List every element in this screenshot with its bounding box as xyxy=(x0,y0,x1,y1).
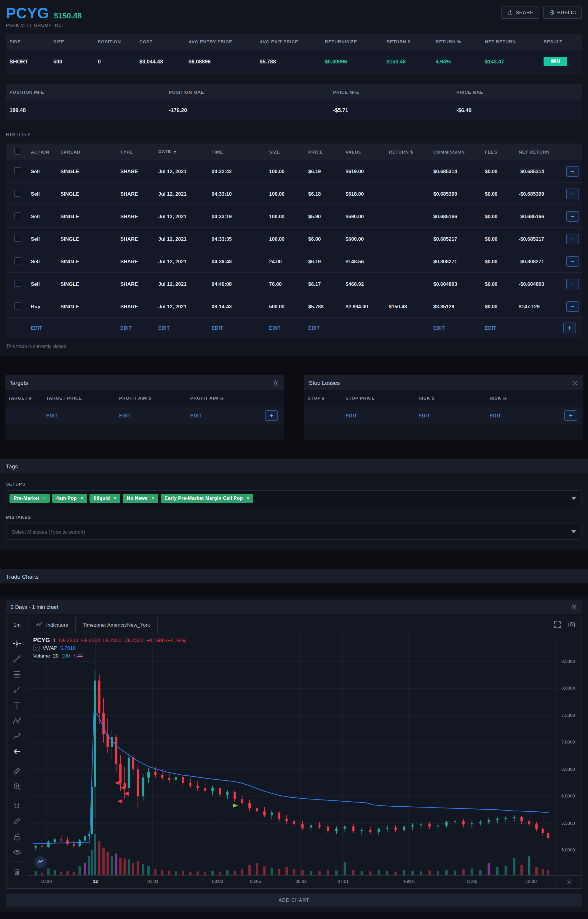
row-checkbox[interactable] xyxy=(14,279,21,287)
history-column-header[interactable]: PRICE xyxy=(305,149,342,155)
row-checkbox[interactable] xyxy=(14,234,21,242)
history-time: 04:39:48 xyxy=(208,258,265,264)
row-checkbox[interactable] xyxy=(14,257,21,264)
text-icon[interactable] xyxy=(9,697,24,713)
remove-execution-button[interactable] xyxy=(566,256,579,266)
history-column-header[interactable]: ACTION xyxy=(27,149,57,155)
history-column-header[interactable]: RETURN $ xyxy=(385,149,430,155)
remove-tag-icon[interactable] xyxy=(80,496,84,501)
row-checkbox[interactable] xyxy=(14,167,21,174)
caret-down-icon[interactable] xyxy=(572,530,576,533)
tradingview-logo-icon[interactable] xyxy=(34,856,46,868)
edit-profit-aim-pct-link[interactable]: EDIT xyxy=(187,413,260,418)
volume-label[interactable]: Volume xyxy=(33,653,50,658)
history-column-header[interactable]: SIZE xyxy=(265,149,305,155)
arrow-left-icon[interactable] xyxy=(9,743,24,759)
edit-column-link[interactable]: EDIT xyxy=(117,325,155,331)
setup-tag[interactable]: Illiquid xyxy=(89,494,120,503)
pattern-icon[interactable] xyxy=(9,713,24,728)
history-column-header[interactable]: TIME xyxy=(208,149,265,155)
trendline-icon[interactable] xyxy=(9,651,24,666)
gear-icon[interactable] xyxy=(570,604,577,611)
setups-select[interactable]: Pre-Market 4am Pop Illiquid No News xyxy=(6,490,582,506)
remove-execution-button[interactable] xyxy=(566,211,579,221)
snapshot-button[interactable] xyxy=(565,619,578,632)
history-column-header[interactable]: DATE xyxy=(155,149,208,155)
add-stop-button[interactable] xyxy=(564,410,577,421)
pencil-icon[interactable] xyxy=(9,814,24,829)
vwap-label[interactable]: VWAP xyxy=(43,645,57,651)
edit-column-link[interactable]: EDIT xyxy=(208,325,265,331)
row-checkbox[interactable] xyxy=(14,212,21,219)
crosshair-icon[interactable] xyxy=(9,636,24,651)
edit-column-link[interactable]: EDIT xyxy=(305,325,342,331)
edit-profit-aim-link[interactable]: EDIT xyxy=(116,413,187,418)
share-button[interactable]: SHARE xyxy=(501,6,540,19)
row-checkbox[interactable] xyxy=(14,302,21,309)
edit-risk-link[interactable]: EDIT xyxy=(415,413,486,418)
eye-icon[interactable] xyxy=(9,844,24,860)
setup-tag[interactable]: Early Pre-Market Margin Call Pop xyxy=(160,494,253,503)
collapse-indicators-icon[interactable] xyxy=(33,644,40,651)
chart-plot-area[interactable]: PCYG 1 O5.2300 H5.2300 L5.2300 C5.2300 −… xyxy=(27,633,557,875)
caret-down-icon[interactable] xyxy=(572,497,576,500)
remove-execution-button[interactable] xyxy=(566,233,579,244)
add-chart-button[interactable]: ADD CHART xyxy=(6,893,582,906)
edit-column-link[interactable]: EDIT xyxy=(265,325,305,331)
remove-execution-button[interactable] xyxy=(566,166,579,176)
summary-value: 500 xyxy=(50,58,94,64)
remove-tag-icon[interactable] xyxy=(113,496,117,501)
remove-tag-icon[interactable] xyxy=(247,496,250,501)
edit-column-link[interactable]: EDIT xyxy=(27,325,57,331)
edit-target-price-link[interactable]: EDIT xyxy=(43,413,116,418)
forecast-icon[interactable] xyxy=(9,728,24,743)
fib-icon[interactable] xyxy=(9,666,24,682)
remove-execution-button[interactable] xyxy=(566,278,579,289)
timezone-button[interactable]: Timezone: America/New_York xyxy=(76,617,157,633)
setup-tag[interactable]: No News xyxy=(123,494,158,503)
axis-settings-corner[interactable] xyxy=(557,875,582,888)
public-button[interactable]: PUBLIC xyxy=(543,6,582,19)
trash-icon[interactable] xyxy=(9,864,24,879)
history-column-header[interactable]: VALUE xyxy=(342,149,385,155)
history-column-header[interactable]: TYPE xyxy=(117,149,155,155)
time-axis[interactable]: 10:201201:0103:0005:0506:0207:0109:0111:… xyxy=(27,875,557,888)
remove-execution-button[interactable] xyxy=(566,301,579,312)
remove-tag-icon[interactable] xyxy=(151,496,154,501)
price-axis[interactable]: 8.50008.00007.50007.00006.50006.00005.50… xyxy=(557,633,582,875)
history-commission: $0.685309 xyxy=(430,191,481,197)
setup-tag[interactable]: 4am Pop xyxy=(52,494,87,503)
magnet-icon[interactable] xyxy=(9,798,24,814)
fullscreen-button[interactable] xyxy=(551,619,564,632)
edit-column-link[interactable]: EDIT xyxy=(430,325,481,331)
edit-column-link[interactable]: EDIT xyxy=(155,325,208,331)
remove-tag-icon[interactable] xyxy=(43,496,46,501)
lock-icon[interactable] xyxy=(9,829,24,844)
setup-tag[interactable]: Pre-Market xyxy=(10,494,50,503)
mistakes-select[interactable]: Select Mistakes (Type to search) xyxy=(6,523,582,539)
brush-icon[interactable] xyxy=(9,682,24,697)
indicators-button[interactable]: Indicators xyxy=(29,617,76,633)
add-target-button[interactable] xyxy=(265,410,278,421)
history-column-header[interactable]: FEES xyxy=(481,149,515,155)
ruler-icon[interactable] xyxy=(9,763,24,778)
gear-icon[interactable] xyxy=(272,379,279,386)
zoom-icon[interactable] xyxy=(9,778,24,794)
remove-execution-button[interactable] xyxy=(566,188,579,199)
history-column-header[interactable]: COMMISSION xyxy=(430,149,481,155)
history-column-header[interactable]: SPREAD xyxy=(57,149,117,155)
edit-column-link[interactable]: EDIT xyxy=(481,325,515,331)
price-axis-label: 7.0000 xyxy=(561,740,575,745)
interval-tab[interactable]: 1m xyxy=(6,617,29,633)
edit-stop-price-link[interactable]: EDIT xyxy=(342,413,415,418)
price-chart[interactable] xyxy=(27,633,557,875)
gear-icon[interactable] xyxy=(572,379,578,386)
edit-risk-pct-link[interactable]: EDIT xyxy=(486,413,559,418)
history-spread: SINGLE xyxy=(57,191,117,197)
add-execution-button[interactable] xyxy=(563,323,576,333)
history-column-header[interactable]: NET RETURN xyxy=(515,149,562,155)
price-axis-label: 5.5000 xyxy=(561,820,575,825)
select-all-checkbox[interactable] xyxy=(14,148,21,155)
row-checkbox[interactable] xyxy=(14,189,21,197)
legend-symbol[interactable]: PCYG xyxy=(33,637,50,643)
